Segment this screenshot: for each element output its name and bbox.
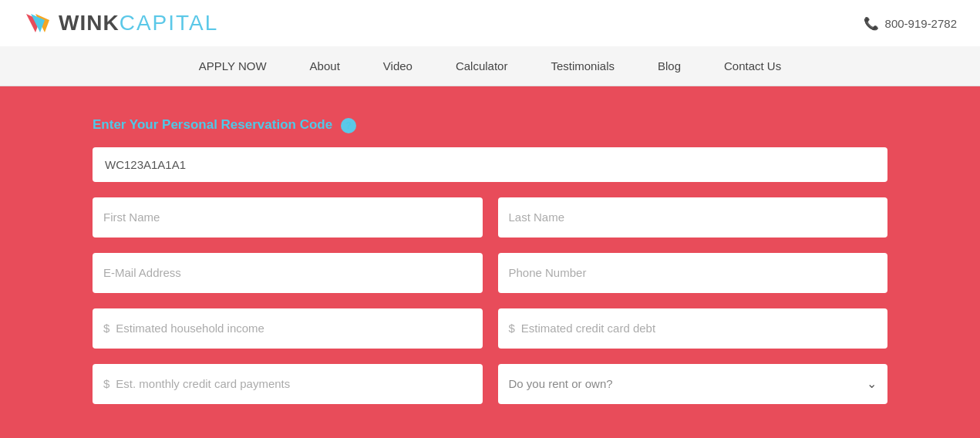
- nav-item-apply-now[interactable]: APPLY NOW: [177, 46, 288, 86]
- form-title: Enter Your Personal Reservation Code ?: [93, 117, 887, 133]
- payments-row: $ Do you rent or own? Rent Own ⌄: [93, 364, 887, 404]
- phone-field: [498, 253, 888, 293]
- last-name-field: [498, 197, 888, 238]
- rent-or-own-select[interactable]: Do you rent or own? Rent Own: [509, 377, 877, 390]
- reservation-code-input[interactable]: [93, 147, 887, 182]
- phone-icon: 📞: [864, 16, 879, 31]
- nav-item-about[interactable]: About: [288, 46, 362, 86]
- help-icon[interactable]: ?: [341, 118, 356, 133]
- last-name-input[interactable]: [509, 211, 877, 224]
- nav-item-contact-us[interactable]: Contact Us: [702, 46, 803, 86]
- credit-card-debt-input[interactable]: [521, 322, 877, 335]
- logo-capital-text: CAPITAL: [120, 11, 219, 35]
- header: WINKCAPITAL 📞 800-919-2782: [0, 0, 980, 46]
- household-income-input[interactable]: [116, 322, 471, 335]
- income-row: $ $: [93, 308, 887, 349]
- credit-card-debt-field: $: [498, 308, 888, 349]
- rent-or-own-field[interactable]: Do you rent or own? Rent Own ⌄: [498, 364, 888, 404]
- phone-area: 📞 800-919-2782: [864, 16, 957, 31]
- nav-item-video[interactable]: Video: [362, 46, 434, 86]
- phone-input[interactable]: [509, 266, 877, 279]
- nav-item-testimonials[interactable]: Testimonials: [529, 46, 636, 86]
- main-content: Enter Your Personal Reservation Code ? $…: [0, 86, 980, 438]
- dollar-sign-payments: $: [103, 377, 109, 390]
- dollar-sign-income: $: [103, 322, 109, 335]
- name-row: [93, 197, 887, 238]
- logo-wink-text: WINK: [59, 11, 120, 35]
- first-name-field: [93, 197, 483, 238]
- monthly-payments-input[interactable]: [116, 377, 471, 390]
- form-title-static: Enter Your: [93, 117, 162, 132]
- navigation: APPLY NOW About Video Calculator Testimo…: [0, 46, 980, 86]
- dollar-sign-debt: $: [509, 322, 515, 335]
- form-title-highlight: Personal Reservation Code: [162, 117, 332, 132]
- email-input[interactable]: [103, 266, 472, 279]
- monthly-payments-field: $: [93, 364, 483, 404]
- nav-item-blog[interactable]: Blog: [636, 46, 702, 86]
- logo-icon: [23, 8, 54, 39]
- email-field: [93, 253, 483, 293]
- household-income-field: $: [93, 308, 483, 349]
- first-name-input[interactable]: [103, 211, 472, 224]
- logo[interactable]: WINKCAPITAL: [23, 8, 218, 39]
- nav-item-calculator[interactable]: Calculator: [434, 46, 530, 86]
- contact-row: [93, 253, 887, 293]
- phone-number: 800-919-2782: [885, 17, 957, 30]
